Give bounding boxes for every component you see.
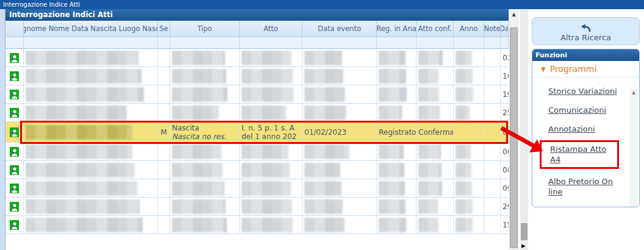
header-note[interactable]: Note [484, 21, 501, 37]
table-row[interactable]: 15 [5, 216, 509, 234]
redacted-data [456, 163, 471, 177]
redacted-cell [454, 49, 484, 66]
redacted-data [172, 181, 224, 196]
page-scrollbar-thumb[interactable] [521, 223, 528, 240]
redacted-cell [484, 216, 501, 234]
table-vertical-scrollbar[interactable]: ▲ [509, 9, 519, 250]
redacted-data [242, 69, 293, 84]
person-record-icon [5, 104, 24, 121]
redacted-cell [170, 85, 240, 103]
results-panel: Interrogazione Indici Atti Cognome Nome … [5, 9, 509, 250]
redacted-cell [454, 104, 484, 121]
redacted-cell [417, 161, 454, 179]
redacted-cell [170, 67, 240, 85]
redacted-cell [417, 67, 454, 85]
scroll-right-arrow-icon[interactable]: ▶ [521, 242, 526, 249]
cell-d: 02 [501, 49, 509, 66]
scroll-down-arrow-icon[interactable]: ▼ [629, 206, 638, 207]
table-row[interactable]: 02 [5, 49, 509, 67]
chevron-down-icon: ▼ [541, 66, 546, 73]
link-annotazioni[interactable]: Annotazioni [548, 124, 620, 134]
person-record-icon [5, 143, 24, 160]
cell-atto_conf: Confermato [417, 122, 454, 142]
table-row[interactable]: 09 [5, 179, 509, 198]
table-row[interactable]: 10 [5, 67, 509, 85]
programmi-section-toggle[interactable]: ▼ Programmi [532, 61, 639, 77]
link-storico-variazioni[interactable]: Storico Variazioni [548, 86, 620, 96]
redacted-cell [240, 216, 302, 234]
header-atto-conf[interactable]: Atto conf. [417, 21, 454, 37]
redacted-data [418, 87, 439, 102]
person-record-icon [5, 67, 24, 85]
scrollbar-thumb[interactable] [510, 27, 518, 248]
header-atto[interactable]: Atto [240, 21, 302, 37]
link-comunicazioni[interactable]: Comunicazioni [548, 105, 620, 115]
link-albo-pretorio-on-line[interactable]: Albo Pretorio On line [548, 176, 620, 197]
redacted-cell [302, 143, 377, 160]
redacted-data [304, 69, 343, 84]
redacted-data [172, 87, 227, 102]
person-record-icon [5, 85, 24, 103]
redacted-cell [484, 161, 501, 179]
redacted-data [26, 181, 137, 196]
ristampa-annotation-box: Ristampa Atto A4 [540, 140, 619, 169]
redacted-data [26, 51, 138, 65]
window-titlebar: Interrogazione Indice Atti [0, 0, 644, 9]
programmi-label: Programmi [550, 64, 597, 74]
cell-tipo: NascitaNascita no res. [170, 122, 240, 142]
person-record-icon [5, 161, 24, 179]
cell-data_evento: 01/02/2023 [302, 122, 377, 142]
redacted-cell [240, 67, 302, 85]
redacted-data [26, 105, 127, 120]
table-row[interactable]: 29 [5, 198, 509, 216]
redacted-data [242, 181, 291, 196]
table-row[interactable]: 25 [5, 104, 509, 122]
redacted-cell [240, 143, 302, 160]
header-d[interactable]: Da [501, 21, 509, 37]
scroll-up-arrow-icon[interactable]: ▲ [509, 9, 519, 19]
redacted-cell [302, 198, 377, 215]
table-row[interactable]: 08 [5, 161, 509, 179]
window-title: Interrogazione Indice Atti [3, 1, 80, 8]
header-icon-col[interactable] [5, 21, 24, 37]
redacted-cell [302, 67, 377, 85]
redacted-data [172, 105, 219, 120]
page-scrollbar[interactable]: ▶ [520, 9, 528, 250]
header-se[interactable]: Se [158, 21, 170, 37]
redacted-cell [417, 49, 454, 66]
links-scrollbar[interactable]: ▲ ▼ [629, 88, 638, 207]
person-record-icon [5, 179, 24, 197]
redacted-data [242, 105, 286, 120]
scroll-up-arrow-icon[interactable]: ▲ [629, 90, 638, 95]
redacted-data [26, 69, 141, 84]
redacted-cell [377, 67, 417, 85]
header-data-evento[interactable]: Data evento [302, 21, 377, 37]
header-name[interactable]: Cognome Nome Data Nascita Luogo Nascita [24, 21, 158, 37]
table-row-highlighted[interactable]: MNascitaNascita no res.I. n. 5 p. 1 s. A… [5, 122, 509, 143]
person-record-icon [5, 216, 24, 234]
redacted-data [242, 163, 290, 177]
cell-d: 19 [501, 85, 509, 103]
redacted-data [26, 163, 135, 177]
programmi-links: Storico Variazioni Comunicazioni Annotaz… [532, 86, 639, 207]
redacted-data [304, 105, 346, 120]
header-anno[interactable]: Anno [454, 21, 484, 37]
redacted-data [456, 181, 472, 196]
redacted-data [418, 199, 438, 214]
redacted-data [379, 105, 402, 120]
redacted-data [456, 87, 473, 102]
redacted-data [418, 69, 438, 84]
header-reg-in-ana[interactable]: Reg. in Ana [377, 21, 417, 37]
redacted-cell [377, 104, 417, 121]
table-row[interactable]: 06 [5, 143, 509, 161]
link-ristampa-atto-a4[interactable]: Ristampa Atto A4 [550, 144, 616, 165]
redacted-data [26, 87, 144, 102]
table-row[interactable]: 19 [5, 85, 509, 104]
redacted-cell [24, 122, 158, 142]
redacted-cell [170, 161, 240, 179]
header-tipo[interactable]: Tipo [170, 21, 240, 37]
table-body: 02101925MNascitaNascita no res.I. n. 5 p… [5, 49, 509, 234]
redacted-cell [377, 198, 417, 215]
altra-ricerca-button[interactable]: Altra Ricerca [532, 17, 640, 45]
link-copia-conforme[interactable]: Copia Conforme [548, 205, 620, 207]
